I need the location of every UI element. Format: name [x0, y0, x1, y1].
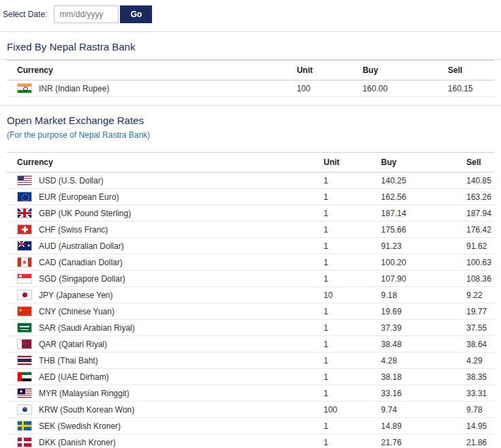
buy-value: 100.20 [381, 254, 466, 271]
buy-value: 38.48 [381, 336, 466, 353]
unit-value: 1 [324, 320, 381, 336]
open-market-table-wrap: Currency Unit Buy Sell USD (U.S. Dollar)… [0, 152, 501, 448]
rate-row: KRW (South Korean Won) 100 9.74 9.78 [7, 402, 494, 418]
buy-value: 9.74 [381, 402, 466, 418]
go-button[interactable]: Go [120, 5, 152, 23]
unit-value: 1 [324, 189, 381, 205]
flag-chf-icon [17, 224, 32, 235]
sell-value: 14.95 [466, 418, 494, 434]
flag-gbp-icon [17, 208, 32, 218]
fixed-rates-table: Currency Unit Buy Sell INR (Indian Rupee… [7, 60, 494, 97]
flag-inr-icon [17, 83, 32, 93]
sell-value: 160.15 [448, 80, 494, 97]
sell-value: 100.63 [466, 254, 494, 271]
buy-value: 38.18 [381, 369, 466, 385]
buy-value: 160.00 [363, 80, 448, 97]
rate-row: JPY (Japanese Yen) 10 9.18 9.22 [7, 287, 494, 303]
fixed-section-title: Fixed By Nepal Rastra Bank [7, 41, 494, 53]
flag-krw-icon [17, 404, 32, 415]
flag-qar-icon [17, 339, 32, 349]
unit-value: 1 [324, 222, 381, 238]
col-header-unit: Unit [324, 153, 381, 173]
fixed-rates-table-wrap: Currency Unit Buy Sell INR (Indian Rupee… [0, 60, 501, 97]
date-input[interactable] [54, 5, 119, 23]
flag-usd-icon [17, 175, 32, 185]
currency-label: KRW (South Korean Won) [39, 405, 134, 415]
sell-value: 163.26 [466, 189, 494, 205]
unit-value: 100 [324, 402, 381, 418]
unit-value: 1 [324, 369, 381, 385]
currency-label: SGD (Singapore Dollar) [39, 274, 125, 284]
currency-label: QAR (Qatari Riyal) [39, 340, 107, 349]
currency-label: AUD (Australian Dollar) [39, 241, 124, 251]
flag-aed-icon [17, 372, 32, 382]
date-select-form: Select Date: Go [0, 0, 501, 31]
unit-value: 1 [324, 271, 381, 287]
sell-value: 38.64 [466, 336, 494, 353]
currency-label: USD (U.S. Dollar) [39, 176, 104, 185]
rate-row: CAD (Canadian Dollar) 1 100.20 100.63 [7, 254, 494, 271]
unit-value: 1 [324, 418, 381, 434]
open-market-section-title: Open Market Exchange Rates [7, 115, 494, 126]
rate-row: GBP (UK Pound Sterling) 1 187.14 187.94 [7, 205, 494, 222]
select-date-label: Select Date: [3, 10, 47, 19]
buy-value: 162.56 [381, 189, 466, 205]
unit-value: 1 [324, 385, 381, 402]
buy-value: 33.16 [381, 385, 466, 402]
rate-row: DKK (Danish Kroner) 1 21.76 21.86 [7, 434, 494, 448]
unit-value: 1 [324, 303, 381, 320]
sell-value: 37.55 [466, 320, 494, 336]
col-header-currency: Currency [7, 153, 324, 173]
divider [0, 31, 501, 32]
currency-label: CAD (Canadian Dollar) [39, 258, 123, 267]
sell-value: 19.77 [466, 303, 494, 320]
currency-label: DKK (Danish Kroner) [39, 438, 116, 447]
rate-row: CHF (Swiss Franc) 1 175.66 176.42 [7, 222, 494, 238]
buy-value: 4.28 [381, 353, 466, 369]
rate-row: THB (Thai Baht) 1 4.28 4.29 [7, 353, 494, 369]
buy-value: 187.14 [381, 205, 466, 222]
flag-sar-icon [17, 323, 32, 333]
rate-row: AUD (Australian Dollar) 1 91.23 91.62 [7, 238, 494, 254]
currency-label: CHF (Swiss Franc) [39, 225, 108, 235]
unit-value: 1 [324, 205, 381, 222]
currency-label: INR (Indian Rupee) [39, 84, 109, 93]
col-header-currency: Currency [7, 61, 297, 80]
unit-value: 1 [324, 353, 381, 369]
rate-row: SEK (Swedish Kroner) 1 14.89 14.95 [7, 418, 494, 434]
buy-value: 140.25 [381, 173, 466, 189]
buy-value: 107.90 [381, 271, 466, 287]
rate-row: INR (Indian Rupee) 100 160.00 160.15 [7, 80, 494, 97]
col-header-sell: Sell [448, 61, 494, 80]
col-header-buy: Buy [363, 61, 448, 80]
rate-row: USD (U.S. Dollar) 1 140.25 140.85 [7, 173, 494, 189]
rate-row: AED (UAE Dirham) 1 38.18 38.35 [7, 369, 494, 385]
rate-row: SGD (Singapore Dollar) 1 107.90 108.36 [7, 271, 494, 287]
flag-dkk-icon [17, 437, 32, 447]
buy-value: 9.18 [381, 287, 466, 303]
rate-row: EUR (European Euro) 1 162.56 163.26 [7, 189, 494, 205]
sell-value: 21.86 [466, 434, 494, 448]
unit-value: 10 [324, 287, 381, 303]
rate-row: SAR (Saudi Arabian Riyal) 1 37.39 37.55 [7, 320, 494, 336]
sell-value: 140.85 [466, 173, 494, 189]
unit-value: 1 [324, 434, 381, 448]
buy-value: 19.69 [381, 303, 466, 320]
col-header-buy: Buy [381, 153, 466, 173]
buy-value: 175.66 [381, 222, 466, 238]
sell-value: 187.94 [466, 205, 494, 222]
flag-cny-icon [17, 306, 32, 316]
rate-row: MYR (Malaysian Ringgit) 1 33.16 33.31 [7, 385, 494, 402]
unit-value: 1 [324, 336, 381, 353]
flag-thb-icon [17, 355, 32, 365]
rate-row: CNY (Chinese Yuan) 1 19.69 19.77 [7, 303, 494, 320]
table-header-row: Currency Unit Buy Sell [7, 61, 494, 80]
sell-value: 176.42 [466, 222, 494, 238]
unit-value: 100 [297, 80, 363, 97]
sell-value: 4.29 [466, 353, 494, 369]
currency-label: SEK (Swedish Kroner) [39, 421, 121, 431]
flag-eur-icon [17, 192, 32, 202]
currency-label: GBP (UK Pound Sterling) [39, 209, 131, 218]
currency-label: SAR (Saudi Arabian Riyal) [39, 323, 135, 333]
flag-jpy-icon [17, 290, 32, 300]
